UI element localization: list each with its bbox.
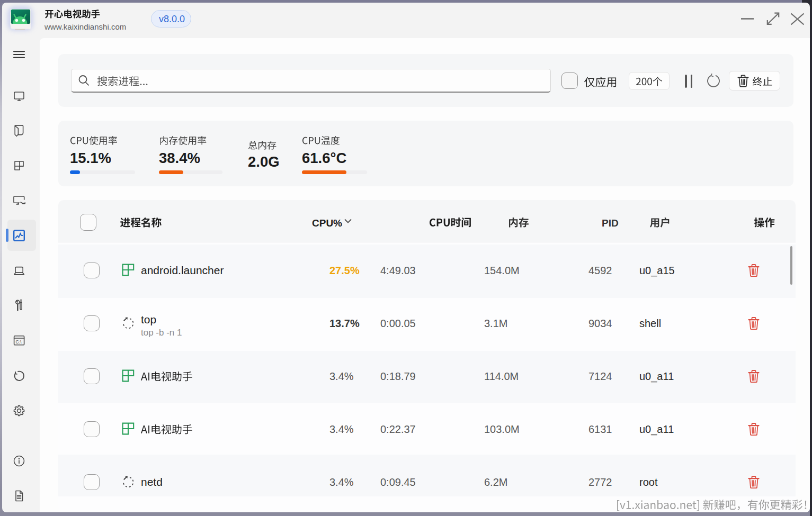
svg-text:C:\: C:\: [16, 339, 22, 345]
